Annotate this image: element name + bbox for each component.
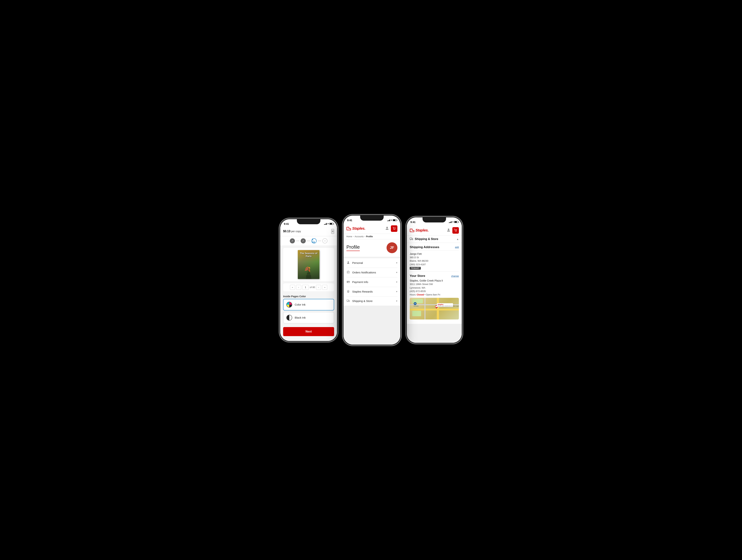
price-display: $0.13 per copy [283, 230, 301, 233]
menu-item-shipping[interactable]: Shipping & Store ▾ [347, 296, 398, 305]
user-icon-button-3[interactable] [446, 228, 450, 233]
avatar-circle: JF [386, 242, 398, 253]
step-3-label: 3. Ink [312, 238, 316, 243]
menu-rewards-label: Staples Rewards [352, 290, 373, 293]
menu-item-personal[interactable]: Personal ▾ [347, 258, 398, 268]
svg-rect-12 [347, 282, 350, 282]
store-line2: Lynnwood, WA [410, 286, 459, 290]
staples-logo-icon-3 [410, 229, 414, 232]
primary-badge: PRIMARY [410, 267, 421, 270]
step-3-circle[interactable]: 3. Ink [312, 238, 317, 243]
shipping-section-header[interactable]: Shipping & Store ▲ [407, 236, 462, 243]
phones-container: 9:41 ▾ [280, 215, 462, 345]
first-page-button[interactable]: « [290, 285, 295, 290]
prev-page-button[interactable]: ‹ [296, 285, 301, 290]
menu-personal-label: Personal [352, 261, 363, 264]
payment-icon [347, 280, 350, 284]
address-line2: Blaine, WA 98230 [410, 259, 459, 263]
menu-item-rewards[interactable]: Staples Rewards ▾ [347, 287, 398, 296]
cart-icon-2 [392, 227, 396, 230]
user-icon-button-2[interactable] [385, 226, 389, 231]
time-2: 9:41 [347, 219, 352, 222]
step-line-3 [318, 241, 321, 241]
wifi-icon-1: ▾ [328, 223, 329, 225]
shipping-section-icon [410, 237, 413, 241]
page-of-text: of 80 [310, 286, 315, 289]
map-road-horizontal [410, 309, 459, 311]
svg-marker-5 [306, 276, 312, 279]
status-icons-3: ▾ [449, 221, 458, 223]
address-name: Jango Fett [410, 253, 459, 255]
address-block: Jango Fett 365 D St Blaine, WA 98230 (36… [410, 250, 459, 272]
staples-header-3: Staples. [407, 225, 462, 236]
personal-icon [347, 261, 350, 265]
close-button[interactable]: × [331, 229, 334, 234]
phone-2: 9:41 ▾ [343, 215, 401, 345]
breadcrumb-sep-2: » [364, 235, 365, 237]
change-store-link[interactable]: change [451, 275, 459, 277]
check-icon-1: ✓ [292, 240, 293, 242]
hours-status: Closed [417, 293, 424, 296]
user-icon-2 [385, 226, 389, 230]
cart-button-2[interactable] [391, 225, 398, 232]
your-store-section: Your Store change Staples, Golde Creek P… [410, 271, 459, 321]
price-amount: $0.13 [283, 230, 290, 233]
phone2-content: Staples. [343, 224, 400, 345]
phone-3: 9:41 ▾ [406, 217, 462, 343]
last-page-button[interactable]: » [322, 285, 327, 290]
map-michaels-label: M Michaels [414, 302, 419, 306]
svg-rect-2 [307, 273, 310, 274]
profile-menu: Personal ▾ [343, 258, 400, 305]
phone-1: 9:41 ▾ [280, 219, 337, 341]
breadcrumb-accounts[interactable]: Accounts [355, 235, 364, 238]
svg-rect-20 [410, 238, 412, 239]
breadcrumb-home[interactable]: Home [347, 235, 352, 238]
menu-item-payment[interactable]: Payment Info ▾ [347, 277, 398, 287]
staples-logo-text-2: Staples. [352, 226, 365, 231]
hours-label: Hours: [410, 293, 416, 296]
svg-point-10 [348, 271, 349, 271]
store-name: Staples, Golde Creek Plaza II [410, 279, 459, 282]
cart-icon-3 [454, 229, 457, 232]
signal-icon-2 [387, 219, 390, 221]
store-phone: (425) 672-8535 [410, 289, 459, 293]
address-phone: (360) 323-4187 [410, 263, 459, 266]
svg-point-9 [348, 262, 349, 263]
svg-point-17 [448, 229, 449, 230]
book-preview-container: The Seasons of Paris 🍂 [283, 248, 334, 281]
svg-point-16 [349, 301, 349, 302]
profile-title: Profile [347, 244, 360, 251]
cart-button-3[interactable] [453, 227, 459, 234]
svg-point-22 [412, 239, 413, 240]
map-green-2 [412, 311, 421, 316]
header-icons-3 [446, 227, 459, 234]
add-address-link[interactable]: add [455, 246, 459, 248]
svg-rect-4 [306, 276, 311, 276]
inside-pages-label: Inside Pages Color [280, 293, 337, 299]
your-store-title: Your Store [410, 274, 425, 278]
personal-chevron: ▾ [396, 262, 398, 264]
menu-orders-label: Orders Notifications [352, 271, 376, 274]
svg-point-19 [456, 231, 457, 231]
step-line-1 [296, 241, 300, 241]
step-line-2 [307, 241, 310, 241]
phone3-content: Staples. [407, 225, 462, 343]
battery-icon-2 [393, 219, 397, 221]
store-map[interactable]: Staples Brand-name electronics & office … [410, 298, 459, 320]
color-ink-option[interactable]: Color Ink [283, 299, 334, 311]
black-ink-option[interactable]: Black Ink [283, 312, 334, 324]
store-line1: 3011 196th Street SW [410, 282, 459, 286]
svg-point-7 [393, 229, 394, 230]
page-number-input[interactable] [302, 285, 309, 290]
map-store-label-sub: Brand-name electronics & office supplies [438, 305, 452, 306]
time-1: 9:41 [284, 222, 289, 225]
signal-icon-3 [449, 221, 452, 223]
phone1-content: $0.13 per copy × ✓ ✓ 3. In [280, 227, 337, 341]
menu-item-orders[interactable]: Orders Notifications ▾ [347, 268, 398, 277]
next-button[interactable]: Next [283, 327, 334, 336]
notch-3 [423, 217, 446, 222]
battery-icon-3 [454, 221, 458, 223]
book-cover: The Seasons of Paris 🍂 [298, 250, 319, 279]
next-page-button[interactable]: › [316, 285, 321, 290]
wifi-icon-3: ▾ [453, 221, 454, 223]
